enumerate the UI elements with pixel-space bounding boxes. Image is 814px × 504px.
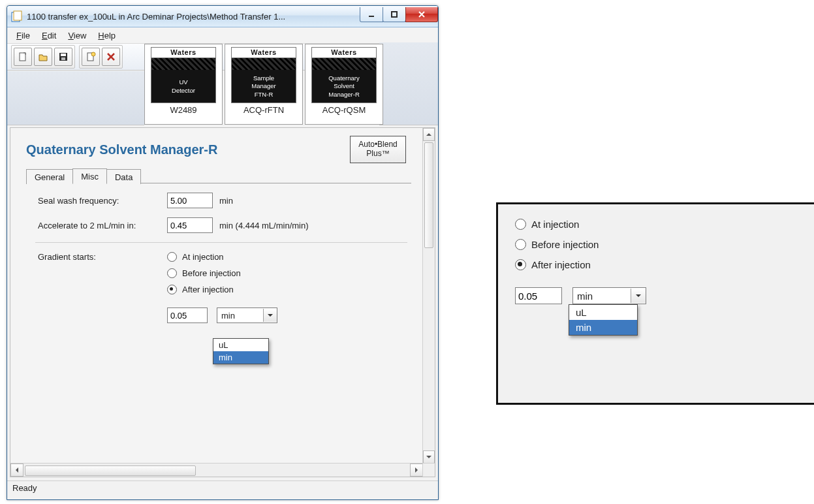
hscroll-thumb[interactable] [25,465,196,476]
menu-view[interactable]: View [63,29,91,42]
svg-rect-2 [369,16,374,17]
svg-rect-7 [61,57,65,60]
menubar: File Edit View Help [7,27,438,44]
seal-wash-unit: min [219,196,233,206]
minimize-button[interactable] [360,7,383,22]
menu-edit[interactable]: Edit [37,29,61,42]
svg-rect-3 [392,12,397,17]
module-acq-rftn[interactable]: Waters SampleManagerFTN-R ACQ-rFTN [225,44,303,125]
inset-delay-input[interactable] [515,287,562,304]
svg-rect-1 [14,11,22,20]
delete-button[interactable] [102,48,120,66]
module-label: ACQ-rFTN [243,105,284,115]
module-w2489[interactable]: Waters UVDetector W2489 [144,44,223,125]
module-label: W2489 [170,105,196,115]
gradient-delay-input[interactable] [167,307,208,323]
radio-at-injection[interactable]: At injection [167,252,277,262]
scroll-left-button[interactable] [10,464,23,477]
app-icon [11,10,23,22]
chevron-down-icon [263,309,277,322]
inset-panel: At injection Before injection After inje… [496,202,814,405]
scroll-down-button[interactable] [423,450,435,464]
maximize-button[interactable] [383,7,406,22]
menu-help-text: elp [104,31,116,40]
inset-radio-after-injection[interactable]: After injection [515,259,814,270]
menu-help[interactable]: Help [93,29,121,42]
radio-icon [515,219,526,230]
gradient-starts-label: Gradient starts: [38,252,167,262]
module-label: ACQ-rQSM [322,105,366,115]
module-brand: Waters [151,48,215,58]
module-brand: Waters [312,48,376,58]
module-acq-rqsm[interactable]: Waters QuaternarySolventManager-R ACQ-rQ… [305,44,383,125]
module-brand: Waters [232,48,296,58]
module-strip: Waters UVDetector W2489 Waters SampleMan… [144,44,383,125]
autoblend-plus-button[interactable]: Auto•Blend Plus™ [350,136,406,163]
client-area: Auto•Blend Plus™ Quaternary Solvent Mana… [10,127,435,477]
radio-icon [515,239,526,250]
menu-file-text: ile [22,31,30,40]
seal-wash-label: Seal wash frequency: [38,196,167,206]
vscroll-thumb[interactable] [424,142,433,248]
seal-wash-input[interactable] [167,193,213,208]
inset-radio-before-injection[interactable]: Before injection [515,239,814,250]
menu-file[interactable]: File [11,29,35,42]
status-text: Ready [12,483,37,493]
svg-point-9 [91,52,95,56]
radio-icon [167,285,177,294]
inset-option-min[interactable]: min [569,320,637,335]
chevron-down-icon [631,289,646,303]
inset-delay-unit-combo[interactable]: min [572,287,646,304]
open-button[interactable] [34,48,52,66]
statusbar: Ready [7,480,438,499]
accelerate-label: Accelerate to 2 mL/min in: [38,221,167,230]
tab-general[interactable]: General [26,169,73,184]
inset-radio-at-injection[interactable]: At injection [515,219,814,230]
dropdown-option-ul[interactable]: uL [213,339,268,351]
save-button[interactable] [54,48,72,66]
svg-rect-4 [20,53,25,61]
menu-view-text: iew [74,31,87,40]
menu-edit-text: dit [48,31,57,40]
gradient-delay-unit-dropdown[interactable]: uL min [213,338,269,364]
module-strip-right [379,42,438,125]
titlebar[interactable]: 1100 transfer ex_100uL in Arc Deminar Pr… [7,6,438,27]
horizontal-scrollbar[interactable] [10,463,423,477]
inset-delay-unit-dropdown[interactable]: uL min [569,304,638,336]
close-button[interactable] [405,7,438,22]
tab-misc[interactable]: Misc [72,168,107,184]
accelerate-unit: min (4.444 mL/min/min) [219,221,309,230]
inset-option-ul[interactable]: uL [569,305,637,320]
accelerate-input[interactable] [167,217,213,233]
gradient-delay-unit-combo[interactable]: min [217,307,277,323]
scroll-right-button[interactable] [410,464,423,477]
tab-data[interactable]: Data [106,169,141,184]
module-strip-left [7,71,144,125]
radio-icon [167,268,177,278]
radio-icon [167,252,177,262]
scrollbar-corner [422,463,435,477]
new-button[interactable] [14,48,32,66]
radio-before-injection[interactable]: Before injection [167,268,277,278]
radio-after-injection[interactable]: After injection [167,285,277,294]
vertical-scrollbar[interactable] [422,128,435,464]
radio-icon [515,259,526,270]
scroll-up-button[interactable] [423,128,435,141]
new-method-button[interactable] [82,48,100,66]
app-window: 1100 transfer ex_100uL in Arc Deminar Pr… [7,5,439,500]
dropdown-option-min[interactable]: min [213,351,268,364]
svg-rect-6 [61,54,66,56]
window-title: 1100 transfer ex_100uL in Arc Deminar Pr… [27,12,285,22]
